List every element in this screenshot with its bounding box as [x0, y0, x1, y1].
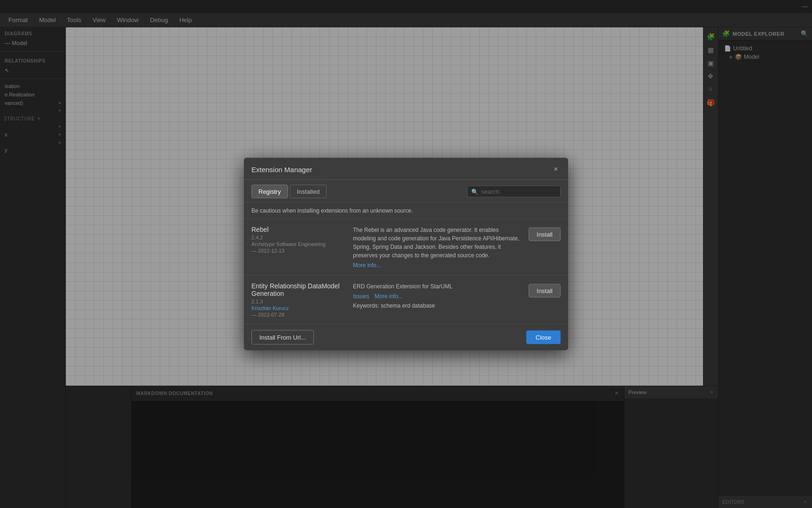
dialog-title: Extension Manager: [251, 165, 312, 173]
extension-manager-dialog: Extension Manager × Registry Installed 🔍…: [244, 158, 568, 350]
rebel-date: — 2022-12-13: [251, 248, 345, 254]
dialog-header: Extension Manager ×: [244, 158, 568, 180]
erd-issues-link[interactable]: Issues: [353, 293, 369, 300]
erd-description: ERD Generation Extension for StarUML: [353, 282, 521, 291]
dialog-search-container: 🔍: [467, 186, 561, 198]
install-from-url-button[interactable]: Install From Url...: [251, 330, 314, 345]
dialog-close-button[interactable]: ×: [551, 165, 561, 174]
dialog-overlay: Extension Manager × Registry Installed 🔍…: [0, 0, 812, 508]
erd-meta: Entity Relationship DataModel Generation…: [251, 282, 345, 318]
dialog-footer: Install From Url... Close: [244, 324, 568, 350]
close-dialog-button[interactable]: Close: [526, 331, 561, 344]
dialog-tabs: Registry Installed: [251, 185, 327, 198]
erd-date: — 2022-07-28: [251, 312, 345, 318]
erd-links: Issues More info...: [353, 293, 521, 300]
rebel-install-button[interactable]: Install: [529, 228, 561, 241]
erd-install-button[interactable]: Install: [529, 284, 561, 298]
rebel-description: The Rebel is an advanced Java code gener…: [353, 226, 521, 260]
erd-action: Install: [529, 282, 561, 318]
rebel-more-info-link[interactable]: More info...: [353, 262, 381, 269]
erd-author: Krisztián Kurucz: [251, 305, 345, 311]
rebel-version: 2.4.2: [251, 235, 345, 240]
rebel-meta: Rebel 2.4.2 Archetype Software Engineeri…: [251, 226, 345, 269]
erd-version: 2.1.3: [251, 299, 345, 304]
search-input[interactable]: [481, 188, 556, 195]
rebel-action: Install: [529, 226, 561, 269]
search-icon-dialog: 🔍: [471, 188, 478, 195]
dialog-tabs-row: Registry Installed 🔍: [244, 180, 568, 203]
tab-installed[interactable]: Installed: [290, 185, 327, 198]
rebel-name: Rebel: [251, 226, 345, 233]
extension-erd: Entity Relationship DataModel Generation…: [244, 276, 568, 324]
dialog-warning: Be cautious when installing extensions f…: [244, 203, 568, 219]
tab-registry[interactable]: Registry: [251, 185, 288, 198]
rebel-info: The Rebel is an advanced Java code gener…: [353, 226, 521, 269]
extension-rebel: Rebel 2.4.2 Archetype Software Engineeri…: [244, 219, 568, 276]
erd-more-info-link[interactable]: More info...: [375, 293, 403, 300]
erd-name: Entity Relationship DataModel Generation: [251, 282, 345, 297]
erd-info: ERD Generation Extension for StarUML Iss…: [353, 282, 521, 318]
rebel-author: Archetype Software Engineering: [251, 241, 345, 247]
extensions-list: Rebel 2.4.2 Archetype Software Engineeri…: [244, 219, 568, 324]
erd-keywords: Keywords: schema erd database: [353, 302, 521, 309]
